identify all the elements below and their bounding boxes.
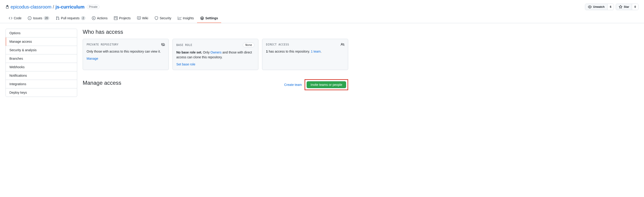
tab-pulls-label: Pull requests xyxy=(61,16,80,20)
tab-code-label: Code xyxy=(14,16,21,20)
tab-insights-label: Insights xyxy=(183,16,194,20)
graph-icon xyxy=(178,16,182,20)
card-body: No base role set. Only Owners and those … xyxy=(176,50,255,60)
people-icon xyxy=(340,43,344,46)
tab-security-label: Security xyxy=(160,16,171,20)
tab-projects[interactable]: Projects xyxy=(111,14,134,23)
tab-actions-label: Actions xyxy=(97,16,108,20)
tab-projects-label: Projects xyxy=(119,16,131,20)
manage-link[interactable]: Manage xyxy=(86,57,98,60)
separator: / xyxy=(53,4,54,10)
invite-button[interactable]: Invite teams or people xyxy=(306,81,346,88)
star-button-group: Star 0 xyxy=(616,4,638,10)
repo-link[interactable]: js-curriculum xyxy=(55,4,84,10)
bold-text: 1 xyxy=(266,50,268,53)
sidebar-item-options[interactable]: Options xyxy=(6,29,77,38)
unwatch-button[interactable]: Unwatch xyxy=(585,4,607,10)
eye-closed-icon xyxy=(161,43,165,46)
header-actions: Unwatch 6 Star 0 xyxy=(585,4,638,10)
lock-icon xyxy=(6,5,9,9)
team-link[interactable]: 1 team xyxy=(311,50,320,53)
sidebar-item-branches[interactable]: Branches xyxy=(6,54,77,63)
gear-icon xyxy=(200,16,204,20)
private-repository-card: PRIVATE REPOSITORY Only those with acces… xyxy=(83,39,169,70)
highlight-annotation: Invite teams or people xyxy=(304,79,348,90)
tab-insights[interactable]: Insights xyxy=(174,14,197,23)
shield-icon xyxy=(154,16,158,20)
star-count[interactable]: 0 xyxy=(632,4,638,10)
card-title: PRIVATE REPOSITORY xyxy=(86,43,118,46)
eye-icon xyxy=(588,5,592,9)
star-icon xyxy=(619,5,622,9)
main-content: Who has access PRIVATE REPOSITORY Only t… xyxy=(83,29,348,97)
tab-code[interactable]: Code xyxy=(6,14,24,23)
card-body: Only those with access to this repositor… xyxy=(86,49,165,54)
tab-wiki-label: Wiki xyxy=(142,16,148,20)
tab-security[interactable]: Security xyxy=(151,14,174,23)
play-icon xyxy=(92,16,96,20)
who-has-access-heading: Who has access xyxy=(83,29,348,35)
sidebar-item-security-analysis[interactable]: Security & analysis xyxy=(6,46,77,54)
star-button[interactable]: Star xyxy=(616,4,632,10)
tab-pulls[interactable]: Pull requests 2 xyxy=(52,14,89,23)
visibility-badge: Private xyxy=(87,5,100,9)
tab-actions[interactable]: Actions xyxy=(89,14,111,23)
breadcrumb: epicodus-classroom / js-curriculum Priva… xyxy=(6,4,100,10)
tab-issues[interactable]: Issues 20 xyxy=(24,14,52,23)
sidebar-item-deploy-keys[interactable]: Deploy keys xyxy=(6,88,77,97)
base-role-badge: None xyxy=(243,43,254,47)
sidebar-item-webhooks[interactable]: Webhooks xyxy=(6,63,77,72)
set-base-role-link[interactable]: Set base role xyxy=(176,62,196,66)
sidebar-item-manage-access[interactable]: Manage access xyxy=(6,38,77,46)
issue-icon xyxy=(28,16,32,20)
direct-access-card: DIRECT ACCESS 1 has access to this repos… xyxy=(262,39,348,70)
tab-issues-label: Issues xyxy=(33,16,42,20)
pulls-count: 2 xyxy=(81,16,86,20)
settings-sidebar: Options Manage access Security & analysi… xyxy=(6,29,77,97)
unwatch-button-group: Unwatch 6 xyxy=(585,4,614,10)
create-team-link[interactable]: Create team xyxy=(284,83,302,86)
sidebar-item-integrations[interactable]: Integrations xyxy=(6,80,77,88)
owners-link[interactable]: Owners xyxy=(210,50,222,54)
base-role-card: BASE ROLE None No base role set. Only Ow… xyxy=(172,39,258,70)
star-label: Star xyxy=(624,5,629,8)
watch-count[interactable]: 6 xyxy=(607,4,614,10)
card-title: BASE ROLE xyxy=(176,44,192,46)
unwatch-label: Unwatch xyxy=(593,5,604,8)
tab-settings-label: Settings xyxy=(205,16,218,20)
card-body: 1 has access to this repository. 1 team. xyxy=(266,49,344,54)
tab-wiki[interactable]: Wiki xyxy=(134,14,151,23)
issues-count: 20 xyxy=(44,16,50,20)
pull-request-icon xyxy=(56,16,60,20)
repo-tabs: Code Issues 20 Pull requests 2 Actions P… xyxy=(0,14,644,23)
code-icon xyxy=(9,16,12,20)
bold-text: No base role set. xyxy=(176,50,202,54)
sidebar-item-notifications[interactable]: Notifications xyxy=(6,72,77,80)
manage-access-heading: Manage access xyxy=(83,80,121,86)
card-title: DIRECT ACCESS xyxy=(266,43,289,46)
tab-settings[interactable]: Settings xyxy=(197,14,221,23)
owner-link[interactable]: epicodus-classroom xyxy=(10,4,52,10)
project-icon xyxy=(114,16,118,20)
book-icon xyxy=(137,16,141,20)
